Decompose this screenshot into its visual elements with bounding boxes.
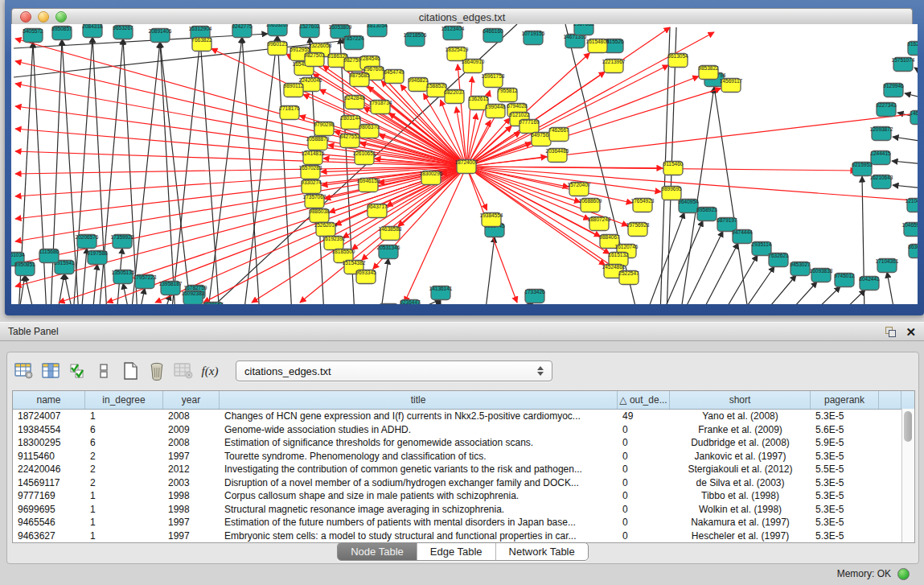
network-node[interactable]: 8813054 [367, 24, 388, 37]
network-node[interactable]: 13505135 [112, 270, 135, 284]
delete-trash-icon[interactable] [145, 360, 169, 382]
column-header-△ out_de...[interactable]: △ out_de... [618, 391, 670, 409]
column-header-pagerank[interactable]: pagerank [811, 391, 879, 409]
column-header-filler[interactable] [879, 391, 901, 409]
column-header-year[interactable]: year [163, 391, 220, 409]
network-node[interactable]: 9038167 [203, 302, 224, 305]
network-node[interactable]: 9242848 [344, 95, 365, 109]
network-node[interactable]: 8958923 [696, 207, 717, 221]
network-node[interactable]: 9453027 [790, 262, 811, 276]
memory-status-icon[interactable] [897, 568, 910, 580]
network-node[interactable]: 10719155 [522, 31, 545, 45]
table-scrollbar[interactable] [901, 409, 914, 542]
network-node[interactable]: 9242775 [232, 24, 253, 38]
table-row[interactable]: 977716911998Corpus callosum shape and si… [13, 489, 914, 503]
network-node[interactable]: 1115686 [39, 249, 60, 263]
network-node[interactable]: 9236447 [400, 299, 421, 305]
network-node[interactable]: 17104361 [876, 258, 899, 273]
network-node[interactable]: 8454749 [384, 69, 405, 84]
network-node[interactable]: 6497568 [531, 132, 552, 146]
column-header-name[interactable]: name [13, 391, 85, 409]
network-node[interactable]: 9875685 [349, 72, 370, 87]
network-node[interactable]: 1463952 [910, 110, 918, 125]
network-node[interactable]: 16092383 [182, 290, 205, 305]
function-builder-icon[interactable]: f(x) [198, 360, 222, 382]
table-row[interactable]: 1938455462009Genome-wide association stu… [13, 423, 914, 437]
network-node[interactable]: 9693345 [355, 270, 376, 284]
network-node[interactable]: 16961758 [482, 73, 505, 88]
network-node[interactable]: 10688609 [579, 198, 602, 212]
network-node[interactable]: 9653267 [113, 25, 133, 39]
tab-node-table[interactable]: Node Table [338, 543, 417, 560]
network-node[interactable]: 8950857 [51, 26, 72, 40]
network-node[interactable]: 9197588 [87, 250, 108, 265]
network-node[interactable]: 13958187 [159, 281, 183, 295]
network-node[interactable]: 16946153 [357, 178, 380, 192]
tab-network-table[interactable]: Network Table [496, 543, 588, 560]
network-node[interactable]: 16154808 [586, 39, 610, 53]
network-node[interactable]: 9946821 [408, 77, 429, 92]
network-node[interactable]: 9640954 [678, 199, 699, 213]
network-node[interactable]: 18300295 [420, 171, 443, 185]
network-node[interactable]: 9227343 [876, 102, 897, 117]
network-node[interactable]: 17918734 [369, 100, 392, 114]
network-node[interactable]: 2084318 [82, 24, 103, 38]
citation-network-graph[interactable]: 5405572895085720843189653267208914061631… [11, 24, 918, 304]
zoom-window-icon[interactable] [55, 11, 67, 23]
table-row[interactable]: 1456911722003Disruption of a novel membe… [13, 476, 914, 490]
network-node[interactable]: 18807243 [588, 216, 611, 231]
network-node[interactable]: 12414815 [302, 150, 325, 165]
network-node[interactable]: 17357067 [303, 194, 326, 208]
network-node[interactable]: 5405572 [23, 28, 43, 43]
network-node[interactable]: 9129946 [883, 83, 904, 97]
network-node[interactable]: 1527602 [299, 24, 320, 38]
network-node[interactable]: 9745012 [834, 273, 855, 287]
network-node[interactable]: 2718176 [279, 105, 300, 120]
float-window-icon[interactable] [885, 327, 896, 337]
network-node[interactable]: 10653267 [266, 24, 290, 36]
window-titlebar[interactable]: citations_edges.txt [11, 8, 913, 26]
network-node[interactable]: 7955812 [497, 88, 518, 102]
table-row[interactable]: 911546021997Tourette syndrome. Phenomeno… [13, 450, 914, 463]
scrollbar-thumb[interactable] [904, 411, 912, 442]
network-node[interactable]: 2987682 [573, 24, 594, 35]
network-node[interactable]: 15720407 [568, 182, 591, 196]
network-node[interactable]: 9474444 [732, 229, 753, 244]
network-hub-node[interactable]: 18724007 [455, 159, 478, 174]
table-row[interactable]: 946554611997Estimation of the future num… [13, 516, 914, 529]
network-node[interactable]: 18640910 [462, 59, 485, 73]
table-row[interactable]: 2242004622012Investigating the contribut… [13, 463, 914, 476]
network-node[interactable]: 14671355 [564, 34, 587, 48]
network-node[interactable]: 8042441 [859, 276, 880, 290]
network-node[interactable]: 9330274 [301, 179, 322, 194]
network-node[interactable]: 9790298 [314, 122, 335, 136]
network-node[interactable]: 17957223 [133, 274, 157, 289]
select-all-check-icon[interactable] [65, 360, 89, 382]
network-node[interactable]: 20206576 [76, 234, 99, 249]
network-node[interactable]: 12213967 [602, 59, 626, 73]
network-node[interactable]: 7632621 [768, 253, 789, 267]
network-node[interactable]: 20364485 [546, 148, 569, 163]
network-node[interactable]: 1733426 [524, 289, 545, 303]
table-row[interactable]: 946362711997Embryonic stem cells: a mode… [13, 529, 914, 543]
network-node[interactable]: 1990448 [485, 104, 506, 118]
network-node[interactable]: 10465927 [902, 222, 918, 237]
network-node[interactable]: 10588879 [306, 136, 330, 150]
network-node[interactable]: 17654923 [631, 198, 655, 212]
column-header-short[interactable]: short [670, 391, 811, 409]
network-node[interactable]: 2522547 [618, 270, 639, 285]
network-node[interactable]: 17359928 [111, 234, 134, 249]
network-node[interactable]: 12093872 [870, 126, 893, 141]
network-node[interactable]: 12104354 [906, 198, 918, 212]
network-node[interactable]: 9643717 [367, 204, 388, 218]
network-node[interactable]: 9853822 [698, 65, 719, 80]
network-node[interactable]: 19756928 [626, 222, 650, 237]
close-window-icon[interactable] [20, 11, 31, 23]
network-node[interactable]: 9890112 [284, 83, 304, 97]
network-node[interactable]: 9162674 [907, 41, 918, 56]
network-node[interactable]: 8636743 [908, 244, 918, 258]
network-node[interactable]: 9886038 [309, 208, 330, 223]
network-node[interactable]: 20538364 [377, 303, 400, 305]
network-node[interactable]: 16210643 [870, 175, 893, 189]
network-node[interactable]: 7462667 [548, 127, 569, 142]
